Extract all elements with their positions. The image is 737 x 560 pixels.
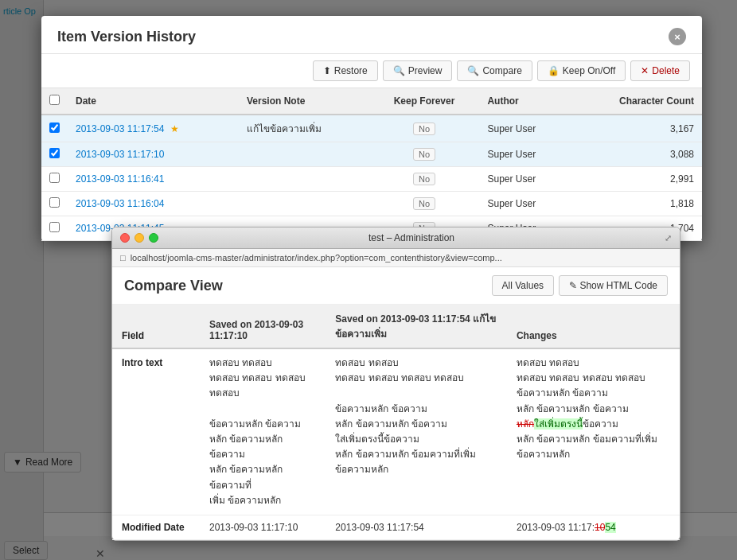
compare-url-bar: □ localhost/joomla-cms-master/administra… xyxy=(112,249,680,267)
char-count: 1,818 xyxy=(571,192,702,216)
field-intro-label: Intro text xyxy=(112,348,200,515)
keep-forever: No xyxy=(369,115,480,142)
lock-icon: 🔒 xyxy=(548,65,560,76)
row-checkbox-0[interactable] xyxy=(49,122,60,133)
version-date-link[interactable]: 2013-09-03 11:17:10 xyxy=(76,149,164,160)
version-note xyxy=(239,167,369,192)
th-version-note: Version Note xyxy=(239,88,369,115)
version-note: แก้ไขข้อความเพิ่ม xyxy=(239,115,369,142)
modified-val1: 2013-09-03 11:17:10 xyxy=(200,515,326,539)
compare-button[interactable]: 🔍 Compare xyxy=(457,60,532,81)
version-date-link[interactable]: 2013-09-03 11:16:41 xyxy=(76,173,164,185)
compare-view-title: Compare View xyxy=(124,278,223,294)
show-html-code-button[interactable]: ✎ Show HTML Code xyxy=(559,275,668,296)
th-date: Date xyxy=(68,88,239,115)
version-table: Date Version Note Keep Forever Author Ch… xyxy=(41,88,702,241)
restore-icon: ⬆ xyxy=(323,65,331,76)
compare-header-buttons: All Values ✎ Show HTML Code xyxy=(492,275,668,296)
keep-forever: No xyxy=(369,142,480,167)
char-count: 2,991 xyxy=(571,167,702,192)
window-expand-icon[interactable]: ⤢ xyxy=(665,233,672,243)
compare-icon: 🔍 xyxy=(467,65,479,76)
compare-row-intro: Intro text ทดสอบ ทดสอบ ทดสอบ ทดสอบ ทดสอบ… xyxy=(112,348,680,515)
compare-titlebar: test – Administration ⤢ xyxy=(112,228,680,249)
author: Super User xyxy=(479,167,571,192)
version-note xyxy=(239,142,369,167)
version-date-link[interactable]: 2013-09-03 11:17:54 xyxy=(76,123,164,134)
th-field: Field xyxy=(112,305,200,348)
char-count: 3,167 xyxy=(571,115,702,142)
added-date: 54 xyxy=(605,522,615,533)
compare-window-title: test – Administration xyxy=(163,232,660,243)
author: Super User xyxy=(479,192,571,216)
row-checkbox-3[interactable] xyxy=(49,197,60,208)
preview-button[interactable]: 🔍 Preview xyxy=(383,60,453,81)
all-values-button[interactable]: All Values xyxy=(492,275,554,296)
star-icon: ★ xyxy=(167,123,178,134)
modified-changes: 2013-09-03 11:17:1054 xyxy=(507,515,680,539)
modal-toolbar: ⬆ Restore 🔍 Preview 🔍 Compare 🔒 Keep On/… xyxy=(41,54,702,88)
window-minimize-button[interactable] xyxy=(135,233,144,243)
delete-button[interactable]: ✕ Delete xyxy=(630,60,690,81)
th-check xyxy=(41,88,68,115)
preview-icon: 🔍 xyxy=(393,65,405,76)
keep-onoff-button[interactable]: 🔒 Keep On/Off xyxy=(537,60,626,81)
th-changes: Changes xyxy=(507,305,680,348)
modified-val2: 2013-09-03 11:17:54 xyxy=(326,515,507,539)
row-checkbox-4[interactable] xyxy=(49,222,60,232)
table-row: 2013-09-03 11:16:04NoSuper User1,818 xyxy=(41,192,702,216)
compare-content: Field Saved on 2013-09-03 11:17:10 Saved… xyxy=(112,305,680,540)
version-note xyxy=(239,192,369,216)
compare-header-row: Field Saved on 2013-09-03 11:17:10 Saved… xyxy=(112,305,680,348)
author: Super User xyxy=(479,115,571,142)
table-row: 2013-09-03 11:16:41NoSuper User2,991 xyxy=(41,167,702,192)
window-maximize-button[interactable] xyxy=(149,233,158,243)
char-count: 3,088 xyxy=(571,142,702,167)
url-text: localhost/joomla-cms-master/administrato… xyxy=(131,253,502,262)
added-text: ใส่เพิ่มตรงนี้ xyxy=(534,418,583,430)
select-all-checkbox[interactable] xyxy=(49,95,60,105)
th-author: Author xyxy=(479,88,571,115)
row-checkbox-2[interactable] xyxy=(49,173,60,183)
table-row: 2013-09-03 11:17:54 ★แก้ไขข้อความเพิ่มNo… xyxy=(41,115,702,142)
window-close-button[interactable] xyxy=(120,233,130,243)
version-date-link[interactable]: 2013-09-03 11:16:04 xyxy=(76,198,164,209)
intro-changes: ทดสอบ ทดสอบ ทดสอบ ทดสอบ ทดสอบ ทดสอบ ข้อค… xyxy=(507,348,680,515)
author: Super User xyxy=(479,142,571,167)
compare-header: Compare View All Values ✎ Show HTML Code xyxy=(112,267,680,305)
th-char-count: Character Count xyxy=(571,88,702,115)
compare-table: Field Saved on 2013-09-03 11:17:10 Saved… xyxy=(112,305,680,540)
url-icon: □ xyxy=(120,253,126,262)
row-checkbox-1[interactable] xyxy=(49,148,60,158)
version-history-modal: Item Version History × ⬆ Restore 🔍 Previ… xyxy=(41,16,702,241)
compare-window: test – Administration ⤢ □ localhost/joom… xyxy=(111,227,680,541)
th-saved2: Saved on 2013-09-03 11:17:54 แก้ไขข้อควา… xyxy=(326,305,507,348)
modal-close-button[interactable]: × xyxy=(669,28,686,45)
modal-header: Item Version History × xyxy=(41,16,702,54)
keep-forever: No xyxy=(369,192,480,216)
modal-title: Item Version History xyxy=(57,29,196,45)
delete-icon: ✕ xyxy=(641,65,649,76)
deleted-text: หลัก xyxy=(517,418,534,430)
restore-button[interactable]: ⬆ Restore xyxy=(313,60,378,81)
th-saved1: Saved on 2013-09-03 11:17:10 xyxy=(200,305,326,348)
compare-row-modified-date: Modified Date 2013-09-03 11:17:10 2013-0… xyxy=(112,515,680,539)
field-modified-label: Modified Date xyxy=(112,515,200,539)
table-header-row: Date Version Note Keep Forever Author Ch… xyxy=(41,88,702,115)
version-table-body: 2013-09-03 11:17:54 ★แก้ไขข้อความเพิ่มNo… xyxy=(41,115,702,241)
table-row: 2013-09-03 11:17:10NoSuper User3,088 xyxy=(41,142,702,167)
th-keep-forever: Keep Forever xyxy=(369,88,480,115)
keep-forever: No xyxy=(369,167,480,192)
intro-val2: ทดสอบ ทดสอบ ทดสอบ ทดสอบ ทดสอบ ทดสอบ ข้อค… xyxy=(326,348,507,515)
deleted-date: 10 xyxy=(595,522,605,533)
intro-val1: ทดสอบ ทดสอบ ทดสอบ ทดสอบ ทดสอบ ทดสอบ ข้อค… xyxy=(200,348,326,515)
